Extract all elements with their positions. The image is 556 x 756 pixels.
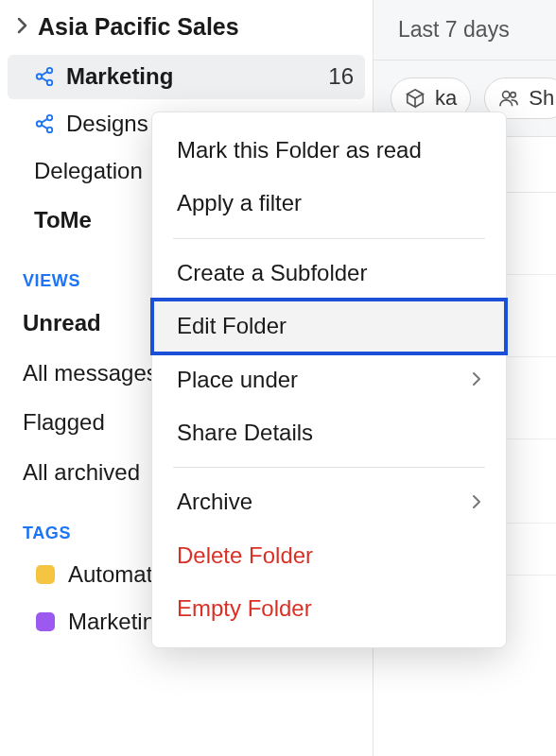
folder-label: Marketing xyxy=(66,63,317,91)
share-icon xyxy=(34,113,55,134)
svg-point-10 xyxy=(503,92,510,98)
menu-separator xyxy=(173,467,485,468)
people-icon xyxy=(498,88,519,109)
svg-point-0 xyxy=(37,75,43,80)
chevron-right-icon xyxy=(17,17,28,37)
chevron-right-icon xyxy=(472,369,481,390)
sidebar-item-marketing[interactable]: Marketing 16 xyxy=(8,55,365,99)
folder-header-asia-pacific[interactable]: Asia Pacific Sales xyxy=(0,9,373,52)
tag-color-icon xyxy=(36,612,55,631)
svg-line-4 xyxy=(42,78,47,82)
date-filter[interactable]: Last 7 days xyxy=(374,0,556,60)
svg-line-9 xyxy=(42,125,47,129)
chip-label: Sh xyxy=(529,86,554,111)
menu-mark-as-read[interactable]: Mark this Folder as read xyxy=(152,124,506,177)
menu-archive[interactable]: Archive xyxy=(152,475,506,528)
menu-edit-folder[interactable]: Edit Folder xyxy=(152,300,506,352)
chip-label: ka xyxy=(435,86,457,111)
folder-name: Asia Pacific Sales xyxy=(38,13,239,41)
svg-point-11 xyxy=(511,93,516,98)
cube-icon xyxy=(405,88,426,109)
menu-create-subfolder[interactable]: Create a Subfolder xyxy=(152,247,506,300)
chevron-right-icon xyxy=(472,492,481,513)
menu-apply-filter[interactable]: Apply a filter xyxy=(152,177,506,230)
svg-point-1 xyxy=(47,68,53,74)
share-icon xyxy=(34,66,55,87)
svg-point-6 xyxy=(47,115,53,121)
svg-line-8 xyxy=(42,119,47,123)
menu-empty-folder[interactable]: Empty Folder xyxy=(152,582,506,635)
menu-place-under[interactable]: Place under xyxy=(152,353,506,406)
folder-count: 16 xyxy=(328,63,354,91)
folder-context-menu: Mark this Folder as read Apply a filter … xyxy=(151,112,507,648)
menu-share-details[interactable]: Share Details xyxy=(152,406,506,459)
menu-delete-folder[interactable]: Delete Folder xyxy=(152,529,506,582)
menu-separator xyxy=(173,238,485,239)
svg-point-2 xyxy=(47,80,53,86)
svg-point-7 xyxy=(47,128,53,133)
svg-line-3 xyxy=(42,72,47,76)
svg-point-5 xyxy=(37,121,43,127)
tag-color-icon xyxy=(36,565,55,584)
